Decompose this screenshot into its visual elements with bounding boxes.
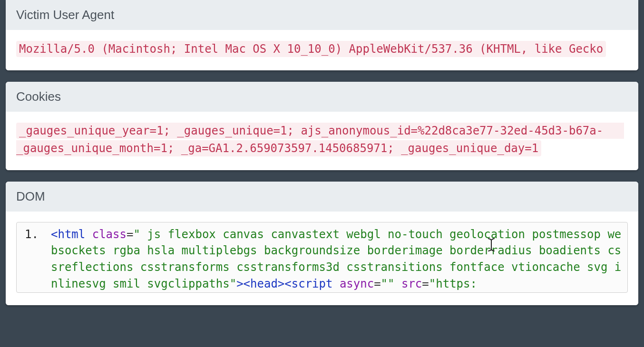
- tok-quote-open2: ": [429, 277, 436, 290]
- tok-src-value: https:: [436, 277, 477, 290]
- tok-attr-src: src: [401, 277, 422, 290]
- tok-lt2: <: [244, 277, 250, 290]
- tok-gt2: >: [278, 277, 284, 290]
- cookies-value[interactable]: _gauges_unique_year=1; _gauges_unique=1;…: [16, 123, 624, 156]
- line-number: 1.: [22, 226, 51, 243]
- tok-quote-close: ": [230, 277, 236, 290]
- tok-lt: <: [51, 228, 58, 241]
- panel-header-user-agent: Victim User Agent: [6, 0, 638, 30]
- tok-quote-open: ": [133, 228, 140, 241]
- panel-header-cookies: Cookies: [6, 82, 638, 112]
- line-code[interactable]: <html class=" js flexbox canvas canvaste…: [51, 226, 622, 292]
- tok-gt: >: [236, 277, 243, 290]
- tok-tag-script: script: [292, 277, 333, 290]
- tok-attr-class: class: [92, 228, 127, 241]
- dom-line: 1. <html class=" js flexbox canvas canva…: [22, 226, 622, 292]
- panel-title: Cookies: [16, 89, 61, 104]
- user-agent-value[interactable]: Mozilla/5.0 (Macintosh; Intel Mac OS X 1…: [16, 41, 606, 57]
- tok-lt3: <: [284, 277, 291, 290]
- tok-attr-async: async: [340, 277, 374, 290]
- tok-tag-html: html: [58, 228, 85, 241]
- tok-eq3: =: [422, 277, 429, 290]
- dom-code-box[interactable]: 1. <html class=" js flexbox canvas canva…: [16, 222, 628, 293]
- panel-body-dom: 1. <html class=" js flexbox canvas canva…: [6, 212, 638, 305]
- panel-victim-user-agent: Victim User Agent Mozilla/5.0 (Macintosh…: [6, 0, 638, 70]
- panel-cookies: Cookies _gauges_unique_year=1; _gauges_u…: [6, 82, 638, 170]
- panel-dom: DOM 1. <html class=" js flexbox canvas c…: [6, 182, 638, 305]
- panel-body-cookies: _gauges_unique_year=1; _gauges_unique=1;…: [6, 112, 638, 170]
- tok-eq: =: [127, 228, 133, 241]
- tok-eq2: =: [374, 277, 381, 290]
- panel-title: Victim User Agent: [16, 8, 114, 22]
- panel-header-dom: DOM: [6, 182, 638, 212]
- tok-tag-head: head: [250, 277, 278, 290]
- tok-str-empty: "": [381, 277, 395, 290]
- panel-title: DOM: [16, 189, 45, 203]
- panel-body-user-agent: Mozilla/5.0 (Macintosh; Intel Mac OS X 1…: [6, 30, 638, 70]
